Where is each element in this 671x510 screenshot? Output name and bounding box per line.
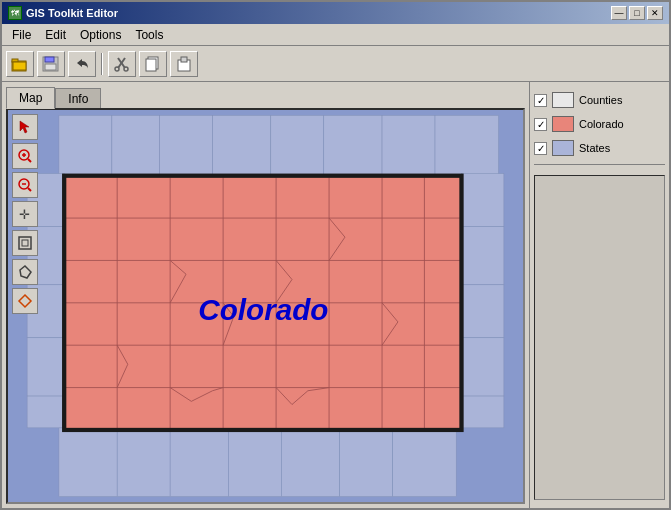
pan-tool[interactable]: ✛ — [12, 201, 38, 227]
app-window: 🗺 GIS Toolkit Editor — □ ✕ File Edit Opt… — [0, 0, 671, 510]
legend-checkbox-states[interactable]: ✓ — [534, 142, 547, 155]
svg-rect-41 — [393, 428, 457, 497]
copy-button[interactable] — [139, 51, 167, 77]
legend-swatch-states — [552, 140, 574, 156]
svg-rect-45 — [27, 338, 64, 396]
map-svg: Colorado — [8, 110, 523, 502]
tab-map[interactable]: Map — [6, 87, 55, 109]
svg-rect-49 — [462, 285, 504, 338]
svg-rect-29 — [160, 115, 213, 179]
main-content: Map Info — [2, 82, 669, 508]
paste-button[interactable] — [170, 51, 198, 77]
svg-rect-11 — [146, 59, 156, 71]
maximize-button[interactable]: □ — [629, 6, 645, 20]
tabs: Map Info — [6, 86, 525, 108]
svg-rect-35 — [59, 428, 117, 497]
svg-text:✛: ✛ — [19, 207, 30, 222]
legend-swatch-colorado — [552, 116, 574, 132]
legend-checkbox-colorado[interactable]: ✓ — [534, 118, 547, 131]
save-button[interactable] — [37, 51, 65, 77]
diamond-tool[interactable] — [12, 288, 38, 314]
svg-rect-27 — [59, 115, 112, 179]
svg-rect-5 — [45, 64, 56, 70]
legend-item-counties: ✓ Counties — [534, 90, 665, 110]
minimize-button[interactable]: — — [611, 6, 627, 20]
menu-bar: File Edit Options Tools — [2, 24, 669, 46]
svg-rect-31 — [271, 115, 324, 179]
toolbar — [2, 46, 669, 82]
title-text: GIS Toolkit Editor — [26, 7, 118, 19]
svg-rect-50 — [462, 338, 504, 396]
select-tool[interactable] — [12, 114, 38, 140]
legend-item-states: ✓ States — [534, 138, 665, 158]
menu-edit[interactable]: Edit — [39, 26, 72, 44]
legend-label-colorado: Colorado — [579, 118, 624, 130]
tab-info[interactable]: Info — [55, 88, 101, 110]
menu-file[interactable]: File — [6, 26, 37, 44]
svg-rect-48 — [462, 227, 504, 285]
title-bar: 🗺 GIS Toolkit Editor — □ ✕ — [2, 2, 669, 24]
svg-text:Colorado: Colorado — [198, 293, 328, 326]
right-panel: ✓ Counties ✓ Colorado ✓ States — [529, 82, 669, 508]
svg-rect-22 — [19, 237, 31, 249]
svg-rect-23 — [22, 240, 28, 246]
legend-item-colorado: ✓ Colorado — [534, 114, 665, 134]
undo-button[interactable] — [68, 51, 96, 77]
svg-rect-39 — [281, 428, 339, 497]
svg-rect-37 — [170, 428, 228, 497]
menu-options[interactable]: Options — [74, 26, 127, 44]
extent-tool[interactable] — [12, 230, 38, 256]
open-button[interactable] — [6, 51, 34, 77]
svg-rect-34 — [435, 115, 499, 179]
menu-tools[interactable]: Tools — [129, 26, 169, 44]
polygon-tool[interactable] — [12, 259, 38, 285]
legend-empty-area — [534, 175, 665, 500]
svg-line-20 — [28, 188, 31, 191]
svg-rect-30 — [213, 115, 271, 179]
svg-rect-40 — [340, 428, 393, 497]
legend-label-states: States — [579, 142, 610, 154]
svg-marker-25 — [19, 295, 31, 307]
svg-rect-33 — [382, 115, 435, 179]
zoom-in-tool[interactable] — [12, 143, 38, 169]
svg-rect-38 — [228, 428, 281, 497]
title-buttons: — □ ✕ — [611, 6, 663, 20]
cut-button[interactable] — [108, 51, 136, 77]
legend-divider — [534, 164, 665, 165]
title-icon: 🗺 — [8, 6, 22, 20]
zoom-out-tool[interactable] — [12, 172, 38, 198]
map-container: ✛ — [6, 108, 525, 504]
svg-point-9 — [124, 67, 128, 71]
svg-marker-24 — [20, 266, 31, 278]
svg-point-8 — [115, 67, 119, 71]
svg-rect-28 — [112, 115, 160, 179]
svg-rect-13 — [181, 57, 187, 62]
close-button[interactable]: ✕ — [647, 6, 663, 20]
svg-rect-2 — [13, 62, 26, 70]
svg-rect-51 — [462, 396, 504, 428]
svg-rect-32 — [324, 115, 382, 179]
svg-line-17 — [28, 159, 31, 162]
svg-rect-47 — [462, 174, 504, 227]
svg-rect-46 — [27, 396, 64, 428]
svg-rect-4 — [45, 57, 54, 62]
legend-label-counties: Counties — [579, 94, 622, 106]
legend-swatch-counties — [552, 92, 574, 108]
left-panel: Map Info — [2, 82, 529, 508]
toolbar-separator-1 — [101, 53, 103, 75]
legend-checkbox-counties[interactable]: ✓ — [534, 94, 547, 107]
svg-rect-36 — [117, 428, 170, 497]
